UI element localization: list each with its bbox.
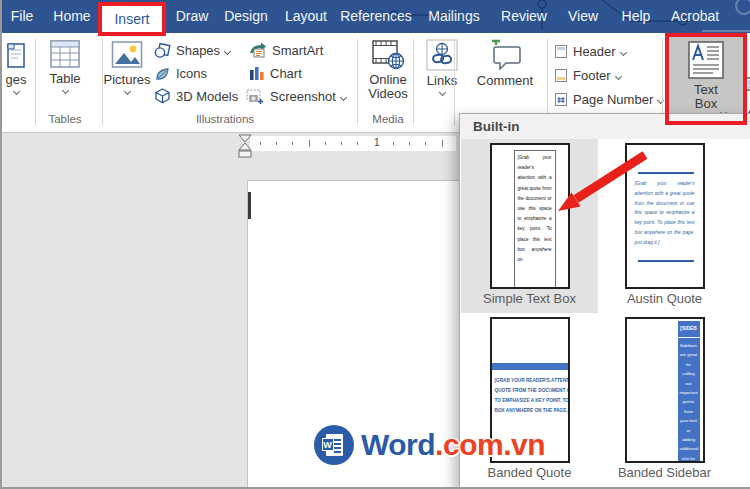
ruler-tick — [341, 142, 342, 145]
ruler-tick — [309, 140, 310, 147]
page-number-button[interactable]: Page Number — [554, 89, 663, 109]
screenshot-button[interactable]: Screenshot — [245, 86, 346, 106]
gallery-item-label: Simple Text Box — [461, 291, 598, 307]
text-box-label: Text Box — [688, 83, 724, 111]
watermark-brand: Word — [361, 428, 435, 461]
icons-button[interactable]: Icons — [154, 63, 207, 83]
header-button[interactable]: Header — [554, 41, 626, 61]
tab-design[interactable]: Design — [218, 0, 274, 33]
icons-label: Icons — [176, 66, 207, 81]
ruler-tick — [393, 142, 394, 145]
gallery-item-simple-text-box[interactable]: [Grab your reader's attention with a gre… — [461, 139, 598, 313]
links-button[interactable]: Links — [418, 36, 466, 124]
pages-button[interactable]: ges — [0, 36, 34, 124]
group-divider — [35, 39, 36, 125]
gallery-item-label: Banded Sidebar — [599, 465, 730, 481]
group-label-media: Media — [364, 113, 412, 125]
gallery-item-banded-sidebar[interactable]: [SIDEB Sidebars are great for calling ou… — [599, 313, 730, 487]
tab-acrobat[interactable]: Acrobat — [666, 0, 724, 33]
3d-models-button[interactable]: 3D Models — [154, 86, 254, 106]
smartart-button[interactable]: SmartArt — [248, 40, 323, 60]
tab-help[interactable]: Help — [614, 0, 658, 33]
quick-parts-icon[interactable] — [745, 77, 750, 91]
sidebar-title: [SIDEB — [678, 321, 700, 338]
footer-icon — [554, 68, 568, 83]
comment-button[interactable]: Comment — [470, 36, 540, 124]
logo-letter: W — [322, 438, 334, 451]
ruler-tick — [409, 142, 410, 145]
comment-icon — [488, 39, 522, 71]
footer-button[interactable]: Footer — [554, 65, 621, 85]
footer-label: Footer — [573, 68, 611, 83]
simple-text-box-preview: [Grab your reader's attention with a gre… — [490, 143, 570, 289]
chart-label: Chart — [270, 66, 302, 81]
tab-home[interactable]: Home — [48, 0, 96, 33]
indent-markers[interactable] — [238, 134, 252, 158]
shapes-icon — [154, 43, 171, 58]
pages-label: ges — [6, 73, 27, 87]
chevron-down-icon — [340, 93, 347, 100]
preview-text: TO EMPHASIZE A KEY POINT. TO PLACE — [495, 396, 570, 406]
table-label: Table — [49, 72, 80, 86]
text-box-icon — [687, 40, 725, 80]
page-number-label: Page Number — [573, 92, 653, 107]
gallery-item-label: Austin Quote — [599, 291, 730, 307]
chart-icon — [248, 66, 265, 81]
tab-layout[interactable]: Layout — [278, 0, 334, 33]
page-icon — [5, 42, 27, 70]
header-label: Header — [573, 44, 616, 59]
tab-insert[interactable]: Insert — [98, 2, 166, 36]
austin-quote-preview: [Grab your reader's attention with a gre… — [625, 143, 705, 289]
online-videos-label: Online Videos — [365, 73, 411, 101]
preview-text: Sidebars are great for calling out impor… — [678, 338, 700, 463]
group-label-illustrations: Illustrations — [180, 113, 270, 125]
group-label-tables: Tables — [38, 113, 92, 125]
ruler-tick — [292, 142, 293, 145]
shapes-button[interactable]: Shapes — [154, 40, 230, 60]
ruler-tick — [425, 142, 426, 145]
comment-label: Comment — [477, 74, 533, 88]
3d-models-label: 3D Models — [176, 89, 238, 104]
ruler-tick — [442, 140, 443, 147]
ruler-inch-label: 1 — [374, 137, 380, 148]
chevron-down-icon — [615, 72, 622, 79]
gallery-item-austin-quote[interactable]: [Grab your reader's attention with a gre… — [599, 139, 730, 313]
online-video-icon — [371, 39, 405, 70]
preview-text: QUOTE FROM THE DOCUMENT OR USE — [495, 386, 570, 396]
tab-references[interactable]: References — [338, 0, 414, 33]
tab-file[interactable]: File — [4, 0, 40, 33]
text-box-button[interactable]: Text Box — [669, 36, 743, 124]
chevron-down-icon — [438, 89, 445, 96]
table-button[interactable]: Table — [42, 36, 88, 124]
table-icon — [50, 40, 80, 69]
page-number-icon — [554, 92, 568, 107]
pictures-button[interactable]: Pictures — [105, 36, 149, 124]
chevron-down-icon — [657, 96, 664, 103]
chevron-down-icon — [12, 88, 19, 95]
shapes-label: Shapes — [176, 43, 220, 58]
ruler-tick — [357, 142, 358, 145]
screenshot-label: Screenshot — [270, 89, 336, 104]
chevron-down-icon — [123, 88, 130, 95]
picture-icon — [111, 40, 143, 70]
online-videos-button[interactable]: Online Videos — [363, 36, 413, 124]
watermark: W Word.com.vn — [314, 425, 545, 465]
group-divider — [413, 39, 414, 125]
chevron-down-icon — [224, 47, 231, 54]
preview-text: [Grab your reader's attention with a gre… — [518, 153, 552, 265]
preview-text: [GRAB YOUR READER'S ATTENTION WI — [495, 376, 570, 386]
tab-review[interactable]: Review — [498, 0, 550, 33]
group-divider — [357, 39, 358, 125]
word-logo-icon: W — [314, 425, 354, 465]
tab-view[interactable]: View — [562, 0, 604, 33]
header-icon — [554, 44, 568, 59]
ribbon-tab-bar: File Home Insert Draw Design Layout Refe… — [2, 0, 750, 33]
cube-icon — [154, 88, 171, 104]
horizontal-ruler[interactable]: 1 — [250, 136, 456, 151]
tab-draw[interactable]: Draw — [170, 0, 214, 33]
chevron-down-icon — [61, 87, 68, 94]
tab-mailings[interactable]: Mailings — [424, 0, 484, 33]
chart-button[interactable]: Chart — [248, 63, 302, 83]
camera-icon — [245, 88, 265, 104]
chevron-down-icon — [620, 48, 627, 55]
